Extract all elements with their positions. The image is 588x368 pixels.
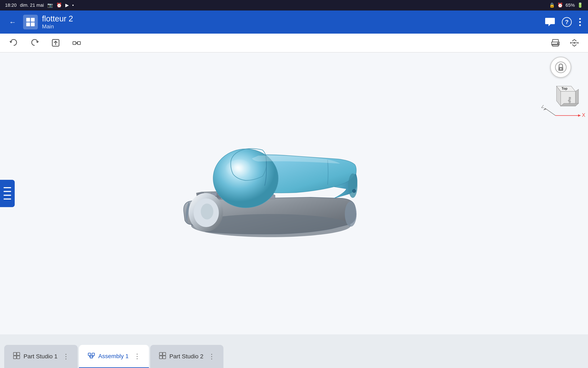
status-left: 18:20 dim. 21 mai 📷 ⏰ ▶ • [5,2,74,8]
app-bar: ← flotteur 2 Main ? [0,10,588,34]
tab-part-studio-1-label: Part Studio 1 [24,353,58,360]
toolbar-right [548,36,582,50]
tab-assembly-1-menu[interactable]: ⋮ [134,352,140,360]
svg-rect-65 [159,356,162,359]
svg-rect-52 [13,352,16,355]
view-cube: Top Right Z X [540,57,582,113]
toolbar [0,34,588,53]
status-time: 18:20 [5,2,17,8]
svg-point-18 [574,42,575,43]
help-button[interactable]: ? [561,17,572,27]
clock-icon: ⏰ [56,2,62,8]
chat-button[interactable] [545,17,555,27]
tab-part-studio-1-menu[interactable]: ⋮ [63,352,69,360]
svg-point-20 [345,202,357,227]
status-date: dim. 21 mai [20,2,44,8]
svg-point-16 [558,43,558,44]
svg-rect-56 [88,353,91,356]
tabs-row: Part Studio 1 ⋮ Assembly 1 ⋮ [0,341,225,368]
print-button[interactable] [548,36,563,50]
tab-part-studio-2-menu[interactable]: ⋮ [208,352,215,360]
app-logo-icon [23,15,38,29]
view-cube-3d[interactable]: Top Right Z X [542,80,579,113]
lock-status-icon: 🔒 [549,2,555,8]
svg-line-46 [545,108,555,116]
svg-point-29 [352,189,356,193]
canvas-area[interactable]: Top Right Z X [0,53,588,334]
svg-text:Z: Z [541,105,544,109]
sidebar-toggle-button[interactable] [0,180,15,207]
tab-part-studio-2[interactable]: Part Studio 2 ⋮ [150,345,224,368]
svg-rect-54 [13,356,16,359]
svg-text:Right: Right [568,97,571,104]
status-bar: 18:20 dim. 21 mai 📷 ⏰ ▶ • 🔒 ⏰ 65% 🔋 [0,0,588,10]
svg-rect-32 [4,187,11,188]
youtube-icon: ▶ [65,2,69,8]
svg-rect-53 [17,352,20,355]
svg-point-25 [201,203,213,220]
back-button[interactable]: ← [6,16,19,28]
svg-rect-1 [31,18,35,22]
svg-point-38 [560,68,561,70]
app-title: flotteur 2 [42,14,541,23]
app-subtitle: Main [42,23,541,30]
bottom-tab-bar: Part Studio 1 ⋮ Assembly 1 ⋮ [0,334,588,368]
svg-text:X: X [582,112,585,118]
assembly-1-icon [87,351,95,361]
svg-rect-14 [552,39,558,42]
tab-assembly-1[interactable]: Assembly 1 ⋮ [79,345,149,368]
svg-rect-3 [31,22,35,26]
part-studio-2-icon [159,352,167,361]
battery-icon: 🔋 [577,2,583,8]
svg-marker-50 [578,114,581,117]
svg-rect-33 [4,191,11,192]
export-button[interactable] [48,36,63,50]
battery-text: 65% [566,2,575,8]
svg-rect-57 [92,353,94,356]
part-studio-1-icon [13,352,21,361]
svg-point-7 [579,21,581,23]
view-lock-button[interactable] [550,57,571,78]
svg-rect-63 [159,352,162,355]
tab-part-studio-2-label: Part Studio 2 [170,353,203,360]
svg-point-8 [579,24,581,26]
redo-button[interactable] [27,36,42,50]
scale-button[interactable] [567,36,582,50]
title-area: flotteur 2 Main [42,14,541,30]
dot-icon: • [72,2,74,8]
svg-rect-55 [17,356,20,359]
3d-model [132,103,426,292]
svg-rect-11 [73,42,76,45]
svg-rect-64 [163,352,166,355]
alarm-icon: ⏰ [557,2,563,8]
svg-point-6 [579,18,581,20]
status-right: 🔒 ⏰ 65% 🔋 [549,2,583,8]
svg-rect-0 [26,18,30,22]
svg-rect-2 [26,22,30,26]
svg-rect-35 [4,199,11,200]
app-bar-actions: ? [545,17,582,27]
svg-rect-66 [163,356,166,359]
tab-part-studio-1[interactable]: Part Studio 1 ⋮ [4,345,78,368]
transform-button[interactable] [69,36,84,50]
overflow-menu-button[interactable] [578,17,582,27]
tab-assembly-1-label: Assembly 1 [98,353,129,359]
svg-text:?: ? [565,19,569,25]
svg-rect-34 [4,195,11,196]
undo-button[interactable] [6,36,21,50]
svg-text:Top: Top [561,87,567,90]
camera-icon: 📷 [47,2,53,8]
svg-point-28 [348,174,357,198]
